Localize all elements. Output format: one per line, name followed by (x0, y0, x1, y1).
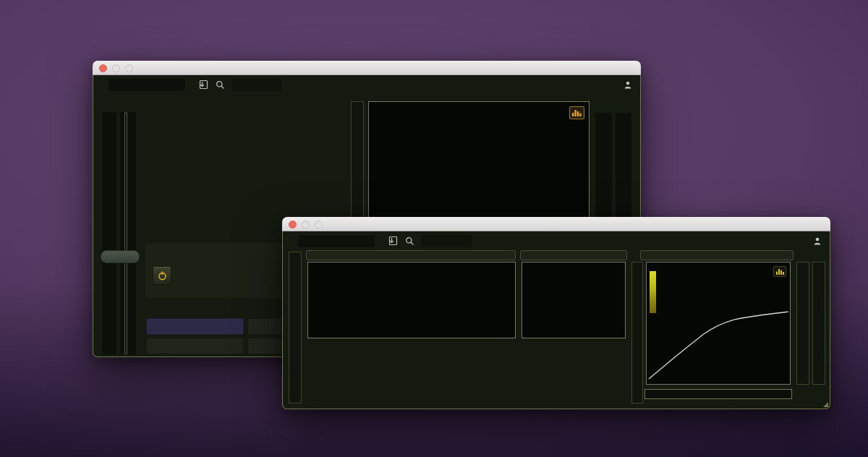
save-preset-icon[interactable] (388, 236, 399, 246)
autorelease-button[interactable] (146, 318, 244, 335)
zoom-button[interactable] (125, 64, 133, 72)
histogram-icon (776, 268, 784, 275)
user-icon[interactable] (624, 81, 631, 89)
overdrive-window (282, 217, 830, 409)
toolbar-right (617, 81, 631, 89)
compressor-toolbar (93, 75, 640, 94)
compressor-curve-display (646, 262, 791, 385)
close-button[interactable] (289, 221, 297, 228)
user-icon[interactable] (814, 237, 821, 245)
spectrum-graphic (522, 262, 625, 338)
zoom-button[interactable] (315, 221, 323, 228)
desktop (0, 0, 868, 457)
search-icon[interactable] (405, 236, 414, 246)
search-icon[interactable] (216, 80, 225, 90)
distortion-section-header (306, 250, 516, 260)
preset-dropdown[interactable] (109, 79, 185, 91)
close-button[interactable] (99, 64, 107, 72)
distortion-graphic (308, 262, 515, 338)
histogram-icon (572, 109, 582, 116)
mix-slider[interactable] (812, 262, 825, 385)
distortion-display (307, 262, 516, 338)
overdrive-plugin-body (282, 231, 830, 409)
pre-fader-slot (124, 112, 127, 354)
equalizer-section-header (520, 250, 627, 260)
updates-button[interactable] (421, 235, 472, 247)
equalizer-display (522, 262, 626, 338)
updates-button[interactable] (231, 79, 282, 91)
gain-slider[interactable] (796, 262, 809, 385)
clip-button[interactable] (146, 338, 244, 354)
pre-meter-bar-right (120, 112, 136, 354)
compressor-section-header (640, 250, 793, 260)
resize-grip[interactable] (823, 402, 828, 407)
toolbar-right (807, 237, 821, 245)
compressor-titlebar[interactable] (93, 61, 641, 75)
ratio-slider[interactable] (644, 389, 792, 399)
pre-gain-slider[interactable] (289, 252, 302, 403)
window-controls (289, 221, 323, 228)
eq-power-button[interactable] (153, 266, 171, 285)
pre-fader-handle[interactable] (101, 250, 140, 263)
overdrive-titlebar[interactable] (282, 217, 830, 231)
power-icon (157, 270, 168, 281)
window-controls (99, 64, 133, 72)
histogram-icon-button[interactable] (773, 266, 786, 277)
save-preset-icon[interactable] (198, 80, 209, 90)
minimize-button[interactable] (302, 221, 310, 228)
histogram-icon-button[interactable] (569, 106, 584, 119)
od-threshold-slider[interactable] (631, 262, 643, 403)
compression-curve-graphic (647, 262, 790, 384)
preset-dropdown[interactable] (298, 235, 375, 247)
gain-reduction-meter (650, 271, 656, 313)
minimize-button[interactable] (112, 64, 120, 72)
band-fader-group (520, 351, 629, 403)
pre-meter-bar-left (102, 112, 116, 354)
overdrive-toolbar (283, 231, 830, 250)
pre-meter[interactable] (102, 112, 140, 354)
